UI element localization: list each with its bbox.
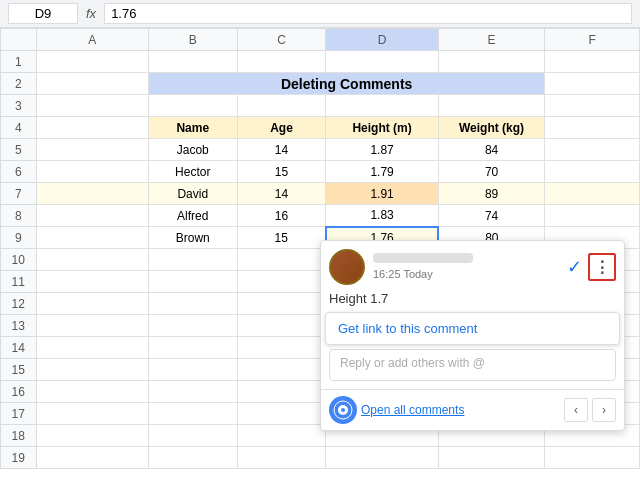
svg-point-2 — [341, 408, 345, 412]
cell-f4[interactable] — [545, 117, 640, 139]
cell-reference-box[interactable]: D9 — [8, 3, 78, 24]
cell-a3[interactable] — [36, 95, 148, 117]
avatar-image — [331, 251, 363, 283]
cell-b5[interactable]: Jacob — [148, 139, 237, 161]
row-num-7: 7 — [1, 183, 37, 205]
officewheel-logo — [329, 396, 357, 424]
table-row: 8 Alfred 16 1.83 74 — [1, 205, 640, 227]
cell-f6[interactable] — [545, 161, 640, 183]
cell-d6[interactable]: 1.79 — [326, 161, 438, 183]
cell-a6[interactable] — [36, 161, 148, 183]
cell-b10[interactable] — [148, 249, 237, 271]
col-header-b[interactable]: B — [148, 29, 237, 51]
next-comment-button[interactable]: › — [592, 398, 616, 422]
cell-f2[interactable] — [545, 73, 640, 95]
cell-d1[interactable] — [326, 51, 438, 73]
cell-f7[interactable] — [545, 183, 640, 205]
comment-popup: 16:25 Today ✓ ⋮ Height 1.7 Get link to t… — [320, 240, 625, 431]
cell-d7[interactable]: 1.91 — [326, 183, 438, 205]
comment-navigation: ‹ › — [564, 398, 616, 422]
row-num-6: 6 — [1, 161, 37, 183]
header-age[interactable]: Age — [237, 117, 326, 139]
cell-c8[interactable]: 16 — [237, 205, 326, 227]
cell-d3[interactable] — [326, 95, 438, 117]
cell-a7[interactable] — [36, 183, 148, 205]
cell-b6[interactable]: Hector — [148, 161, 237, 183]
table-row: 2 Deleting Comments — [1, 73, 640, 95]
table-row: 3 — [1, 95, 640, 117]
table-row: 6 Hector 15 1.79 70 — [1, 161, 640, 183]
comment-meta: 16:25 Today — [373, 253, 559, 281]
cell-d8[interactable]: 1.83 — [326, 205, 438, 227]
cell-c9[interactable]: 15 — [237, 227, 326, 249]
col-header-f[interactable]: F — [545, 29, 640, 51]
header-name[interactable]: Name — [148, 117, 237, 139]
row-num-8: 8 — [1, 205, 37, 227]
col-header-c[interactable]: C — [237, 29, 326, 51]
cell-e5[interactable]: 84 — [438, 139, 545, 161]
col-header-a[interactable]: A — [36, 29, 148, 51]
row-num-2: 2 — [1, 73, 37, 95]
cell-a1[interactable] — [36, 51, 148, 73]
cell-e1[interactable] — [438, 51, 545, 73]
reply-input[interactable]: Reply or add others with @ — [329, 349, 616, 381]
resolve-button[interactable]: ✓ — [567, 256, 582, 278]
cell-c7[interactable]: 14 — [237, 183, 326, 205]
row-num-3: 3 — [1, 95, 37, 117]
avatar — [329, 249, 365, 285]
comment-header: 16:25 Today ✓ ⋮ — [321, 241, 624, 289]
cell-c3[interactable] — [237, 95, 326, 117]
cell-f8[interactable] — [545, 205, 640, 227]
cell-a9[interactable] — [36, 227, 148, 249]
row-num-10: 10 — [1, 249, 37, 271]
col-header-d[interactable]: D — [326, 29, 438, 51]
row-num-4: 4 — [1, 117, 37, 139]
cell-f3[interactable] — [545, 95, 640, 117]
cell-e3[interactable] — [438, 95, 545, 117]
cell-a8[interactable] — [36, 205, 148, 227]
cell-e7[interactable]: 89 — [438, 183, 545, 205]
cell-a10[interactable] — [36, 249, 148, 271]
cell-b9[interactable]: Brown — [148, 227, 237, 249]
cell-b7[interactable]: David — [148, 183, 237, 205]
comment-time: 16:25 Today — [373, 268, 433, 280]
logo-icon — [333, 400, 353, 420]
col-header-e[interactable]: E — [438, 29, 545, 51]
cell-e8[interactable]: 74 — [438, 205, 545, 227]
get-link-menu-item[interactable]: Get link to this comment — [325, 312, 620, 345]
cell-b3[interactable] — [148, 95, 237, 117]
cell-b1[interactable] — [148, 51, 237, 73]
col-header-corner — [1, 29, 37, 51]
cell-c1[interactable] — [237, 51, 326, 73]
prev-comment-button[interactable]: ‹ — [564, 398, 588, 422]
cell-d5[interactable]: 1.87 — [326, 139, 438, 161]
formula-input[interactable] — [104, 3, 632, 24]
formula-icon: fx — [86, 6, 96, 21]
open-all-comments-link[interactable]: Open all comments — [361, 403, 560, 417]
cell-a4[interactable] — [36, 117, 148, 139]
row-num-5: 5 — [1, 139, 37, 161]
row-num-1: 1 — [1, 51, 37, 73]
table-row: 1 — [1, 51, 640, 73]
cell-b8[interactable]: Alfred — [148, 205, 237, 227]
formula-bar-container: D9 fx — [0, 0, 640, 28]
cell-a5[interactable] — [36, 139, 148, 161]
header-weight[interactable]: Weight (kg) — [438, 117, 545, 139]
header-height[interactable]: Height (m) — [326, 117, 438, 139]
table-row: 19 — [1, 447, 640, 469]
table-row: 4 Name Age Height (m) Weight (kg) — [1, 117, 640, 139]
cell-c6[interactable]: 15 — [237, 161, 326, 183]
table-row: 7 David 14 1.91 89 — [1, 183, 640, 205]
cell-a2[interactable] — [36, 73, 148, 95]
row-num-9: 9 — [1, 227, 37, 249]
more-options-button[interactable]: ⋮ — [588, 253, 616, 281]
cell-f5[interactable] — [545, 139, 640, 161]
cell-c5[interactable]: 14 — [237, 139, 326, 161]
comment-actions: ✓ ⋮ — [567, 253, 616, 281]
comment-body: Height 1.7 — [321, 289, 624, 312]
cell-c10[interactable] — [237, 249, 326, 271]
cell-f1[interactable] — [545, 51, 640, 73]
comment-author — [373, 253, 473, 263]
title-cell[interactable]: Deleting Comments — [148, 73, 544, 95]
cell-e6[interactable]: 70 — [438, 161, 545, 183]
